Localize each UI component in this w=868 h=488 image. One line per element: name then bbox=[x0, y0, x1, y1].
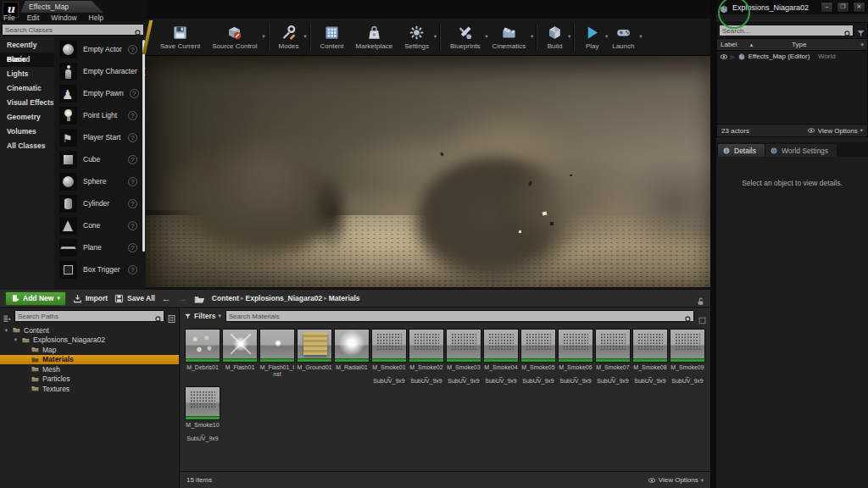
window-title-bar[interactable]: Explosions_Niagara02 – ❐ ✕ bbox=[716, 0, 868, 14]
save-all-button[interactable]: Save All bbox=[114, 294, 155, 303]
asset-m_smoke03_subuv_9x9[interactable]: M_Smoke03_SubUV_9x9 bbox=[446, 329, 481, 385]
category-all-classes[interactable]: All Classes bbox=[0, 139, 54, 153]
category-cinematic[interactable]: Cinematic bbox=[0, 81, 54, 96]
placeable-plane[interactable]: Plane? bbox=[54, 236, 146, 258]
tree-item-explosions_niagara02[interactable]: ▾Explosions_Niagara02 bbox=[0, 336, 179, 346]
asset-m_ground01[interactable]: M_Ground01 bbox=[297, 329, 332, 385]
placeable-box-trigger[interactable]: Box Trigger? bbox=[54, 258, 146, 280]
lock-icon[interactable] bbox=[696, 294, 705, 303]
help-icon[interactable]: ? bbox=[128, 155, 137, 164]
content-button[interactable]: Content bbox=[314, 23, 350, 52]
help-icon[interactable]: ? bbox=[130, 89, 139, 98]
settings-button[interactable]: Settings▾ bbox=[398, 23, 435, 52]
help-icon[interactable]: ? bbox=[128, 177, 137, 186]
asset-m_smoke04_subuv_9x9[interactable]: M_Smoke04_SubUV_9x9 bbox=[483, 329, 519, 385]
source-control-button[interactable]: Source Control▾ bbox=[206, 23, 263, 52]
placeable-player-start[interactable]: Player Start? bbox=[54, 126, 146, 148]
asset-m_smoke02_subuv_9x9[interactable]: M_Smoke02_SubUV_9x9 bbox=[409, 329, 444, 385]
outliner-filter-icon[interactable] bbox=[856, 26, 865, 36]
placeable-empty-actor[interactable]: Empty Actor? bbox=[54, 38, 146, 60]
search-assets-input[interactable] bbox=[226, 313, 684, 320]
outliner-row[interactable]: ▷Effects_Map (Editor)World bbox=[717, 51, 867, 62]
asset-m_flash01[interactable]: M_Flash01 bbox=[222, 329, 258, 385]
blueprints-button[interactable]: Blueprints▾ bbox=[444, 23, 487, 52]
asset-m_smoke10_subuv_9x9[interactable]: M_Smoke10_SubUV_9x9 bbox=[185, 386, 220, 442]
category-lights[interactable]: Lights bbox=[0, 67, 54, 81]
asset-m_radial01[interactable]: M_Radial01 bbox=[334, 329, 370, 385]
restore-button[interactable]: ❐ bbox=[837, 2, 849, 13]
launch-button[interactable]: Launch▾ bbox=[606, 23, 640, 52]
menu-item-file[interactable]: File bbox=[3, 14, 15, 22]
tree-item-materials[interactable]: Materials bbox=[0, 355, 179, 365]
breadcrumb-materials[interactable]: Materials bbox=[329, 294, 360, 302]
expander-icon[interactable]: ▷ bbox=[731, 53, 735, 59]
category-recently-placed[interactable]: Recently Placed bbox=[0, 38, 54, 53]
chevron-down-icon[interactable]: ▾ bbox=[639, 33, 642, 40]
asset-m_smoke09_subuv_9x9[interactable]: M_Smoke09_SubUV_9x9 bbox=[670, 329, 705, 385]
asset-m_flash01_inst[interactable]: M_Flash01_Inst bbox=[259, 329, 295, 385]
placeable-empty-pawn[interactable]: Empty Pawn? bbox=[54, 82, 146, 104]
placeable-cone[interactable]: Cone? bbox=[54, 214, 146, 236]
asset-m_smoke06_subuv_9x9[interactable]: M_Smoke06_SubUV_9x9 bbox=[558, 329, 593, 385]
tree-expanded-icon[interactable]: ▾ bbox=[3, 327, 9, 334]
category-visual-effects[interactable]: Visual Effects bbox=[0, 96, 54, 110]
asset-search[interactable] bbox=[225, 310, 694, 322]
tree-item-content[interactable]: ▾Content bbox=[0, 325, 179, 336]
tab-details[interactable]: Details bbox=[718, 144, 765, 157]
forward-button[interactable]: → bbox=[178, 293, 187, 303]
close-button[interactable]: ✕ bbox=[853, 2, 865, 13]
tree-item-textures[interactable]: Textures bbox=[0, 384, 179, 394]
back-button[interactable]: ← bbox=[162, 293, 171, 303]
filters-button[interactable]: Filters ▾ bbox=[184, 312, 221, 320]
help-icon[interactable]: ? bbox=[128, 243, 137, 252]
add-new-button[interactable]: Add New ▾ bbox=[5, 291, 66, 306]
search-paths-input[interactable] bbox=[15, 313, 154, 320]
breadcrumb-content[interactable]: Content bbox=[212, 294, 239, 302]
sources-toggle-icon[interactable] bbox=[3, 312, 12, 321]
modes-button[interactable]: Modes▾ bbox=[273, 23, 305, 52]
level-tab[interactable]: Effects_Map bbox=[20, 1, 103, 13]
outliner-search[interactable] bbox=[719, 25, 854, 36]
asset-m_smoke07_subuv_9x9[interactable]: M_Smoke07_SubUV_9x9 bbox=[595, 329, 631, 385]
cb-view-options-button[interactable]: View Options ▾ bbox=[648, 476, 704, 485]
placeable-point-light[interactable]: Point Light? bbox=[54, 104, 146, 126]
menu-item-help[interactable]: Help bbox=[89, 14, 103, 22]
placeable-cylinder[interactable]: Cylinder? bbox=[54, 192, 146, 214]
placeable-cube[interactable]: Cube? bbox=[54, 148, 146, 170]
help-icon[interactable]: ? bbox=[128, 265, 137, 274]
import-button[interactable]: Import bbox=[73, 294, 108, 303]
tree-item-particles[interactable]: Particles bbox=[0, 374, 179, 385]
outliner-header[interactable]: Label ▲ Type ▾ bbox=[717, 38, 867, 51]
asset-m_smoke08_subuv_9x9[interactable]: M_Smoke08_SubUV_9x9 bbox=[632, 329, 668, 385]
chevron-down-icon[interactable]: ▾ bbox=[568, 33, 570, 40]
search-classes-input[interactable] bbox=[3, 26, 134, 34]
chevron-down-icon[interactable]: ▾ bbox=[434, 33, 437, 40]
panel-divider[interactable] bbox=[710, 0, 716, 488]
help-icon[interactable]: ? bbox=[128, 199, 137, 208]
save-current-button[interactable]: Save Current bbox=[154, 23, 206, 52]
place-actors-search[interactable] bbox=[2, 24, 144, 36]
marketplace-button[interactable]: Marketplace bbox=[350, 23, 399, 52]
tree-expanded-icon[interactable]: ▾ bbox=[13, 336, 19, 343]
tree-item-mesh[interactable]: Mesh bbox=[0, 364, 179, 374]
outliner-search-input[interactable] bbox=[720, 27, 843, 35]
play-button[interactable]: Play▾ bbox=[578, 23, 606, 52]
asset-m_smoke01_subuv_9x9[interactable]: M_Smoke01_SubUV_9x9 bbox=[371, 329, 407, 385]
outliner-view-options-button[interactable]: View Options ▾ bbox=[807, 126, 863, 135]
placeable-sphere[interactable]: Sphere? bbox=[54, 170, 146, 192]
help-icon[interactable]: ? bbox=[128, 221, 137, 230]
breadcrumb-explosions_niagara02[interactable]: Explosions_Niagara02 bbox=[245, 294, 322, 302]
scrollbar[interactable] bbox=[142, 40, 145, 252]
build-button[interactable]: Build▾ bbox=[541, 23, 569, 52]
chevron-down-icon[interactable]: ▾ bbox=[262, 33, 264, 40]
tree-item-map[interactable]: Map bbox=[0, 345, 179, 355]
menu-item-window[interactable]: Window bbox=[51, 14, 76, 22]
column-type[interactable]: Type bbox=[792, 41, 860, 48]
help-icon[interactable]: ? bbox=[128, 133, 137, 142]
menu-item-edit[interactable]: Edit bbox=[27, 14, 40, 22]
tab-world-settings[interactable]: World Settings bbox=[765, 144, 837, 157]
asset-m_smoke05_subuv_9x9[interactable]: M_Smoke05_SubUV_9x9 bbox=[520, 329, 556, 385]
column-label[interactable]: Label bbox=[721, 41, 737, 48]
save-search-icon[interactable] bbox=[698, 313, 706, 320]
placeable-empty-character[interactable]: Empty Character? bbox=[54, 60, 146, 82]
